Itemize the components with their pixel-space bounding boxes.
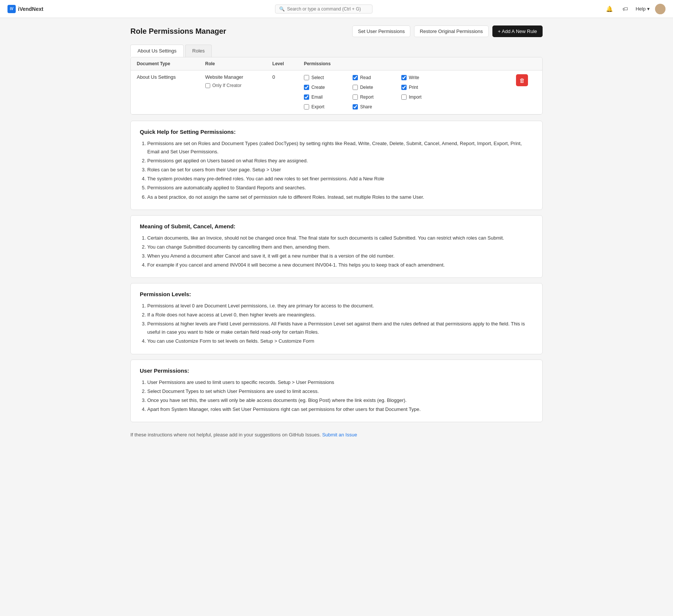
search-bar[interactable]: 🔍: [275, 4, 372, 13]
help-list-item: For example if you cancel and amend INV0…: [147, 261, 533, 269]
tags-icon[interactable]: 🏷: [620, 4, 630, 14]
help-list-item: Permissions at higher levels are Field L…: [147, 320, 533, 336]
permissions-grid: SelectReadWriteCreateDeletePrintEmailRep…: [304, 74, 504, 110]
brand-name: iVendNext: [18, 6, 43, 12]
help-list-item: As a best practice, do not assign the sa…: [147, 193, 533, 201]
permissions-table-card: Document Type Role Level Permissions Abo…: [130, 57, 543, 115]
perm-checkbox-print[interactable]: [401, 85, 407, 90]
perm-checkbox-write[interactable]: [401, 75, 407, 80]
help-list: User Permissions are used to limit users…: [140, 378, 533, 414]
help-section-title: Meaning of Submit, Cancel, Amend:: [140, 223, 533, 229]
perm-label: Report: [360, 94, 374, 100]
help-list: Certain documents, like an Invoice, shou…: [140, 234, 533, 269]
perm-item: Report: [353, 94, 401, 100]
level-cell: 0: [272, 74, 275, 80]
help-sections: Quick Help for Setting Permissions:Permi…: [130, 121, 543, 422]
help-list-item: Permissions get applied on Users based o…: [147, 157, 533, 165]
help-section-title: User Permissions:: [140, 367, 533, 374]
help-section: User Permissions:User Permissions are us…: [130, 360, 543, 422]
perm-item: Print: [401, 84, 450, 91]
navbar-center: 🔍: [275, 4, 372, 13]
table-body: About Us Settings Website Manager Only I…: [131, 70, 542, 114]
table-row: About Us Settings Website Manager Only I…: [131, 70, 542, 114]
restore-permissions-button[interactable]: Restore Original Permissions: [414, 25, 488, 37]
perm-checkbox-select[interactable]: [304, 75, 309, 80]
perm-checkbox-create[interactable]: [304, 85, 309, 90]
svg-point-0: [658, 5, 663, 10]
help-button[interactable]: Help ▾: [636, 6, 650, 12]
perm-label: Import: [409, 94, 422, 100]
table-header: Document Type Role Level Permissions: [131, 57, 542, 70]
avatar[interactable]: [655, 4, 666, 14]
perm-checkbox-share[interactable]: [353, 104, 358, 109]
set-user-permissions-button[interactable]: Set User Permissions: [352, 25, 410, 37]
help-list-item: Permissions at level 0 are Document Leve…: [147, 302, 533, 310]
navbar: iV iVendNext 🔍 🔔 🏷 Help ▾: [0, 0, 673, 18]
permissions-table: Document Type Role Level Permissions Abo…: [131, 57, 542, 114]
perm-label: Email: [311, 94, 323, 100]
svg-point-1: [657, 10, 664, 14]
search-icon: 🔍: [279, 6, 285, 12]
perm-label: Select: [311, 75, 324, 80]
only-creator-row: Only If Creator: [205, 83, 260, 88]
help-section: Quick Help for Setting Permissions:Permi…: [130, 121, 543, 210]
help-list-item: You can change Submitted documents by ca…: [147, 243, 533, 251]
help-list-item: Roles can be set for users from their Us…: [147, 166, 533, 174]
perm-item: Email: [304, 94, 353, 100]
only-creator-label: Only If Creator: [212, 83, 242, 88]
help-list-item: The system provides many pre-defined rol…: [147, 175, 533, 183]
perm-item: Share: [353, 103, 401, 110]
perm-item: Read: [353, 74, 401, 81]
perm-checkbox-report[interactable]: [353, 94, 358, 100]
col-level: Level: [266, 57, 298, 70]
add-new-rule-button[interactable]: + Add A New Rule: [492, 25, 543, 37]
perm-item: Import: [401, 94, 450, 100]
navbar-left: iV iVendNext: [7, 5, 43, 13]
help-section-title: Quick Help for Setting Permissions:: [140, 129, 533, 135]
help-list-item: You can use Customize Form to set levels…: [147, 337, 533, 345]
tab-roles[interactable]: Roles: [185, 45, 212, 57]
perm-label: Print: [409, 85, 418, 90]
help-list-item: Permissions are set on Roles and Documen…: [147, 139, 533, 156]
perm-checkbox-delete[interactable]: [353, 85, 358, 90]
help-list-item: If a Role does not have access at Level …: [147, 311, 533, 319]
help-list-item: User Permissions are used to limit users…: [147, 378, 533, 387]
perm-item: Create: [304, 84, 353, 91]
page-header: Role Permissions Manager Set User Permis…: [130, 25, 543, 37]
help-chevron-icon: ▾: [647, 6, 650, 12]
perm-checkbox-import[interactable]: [401, 94, 407, 100]
delete-rule-button[interactable]: 🗑: [516, 74, 528, 86]
navbar-right: 🔔 🏷 Help ▾: [604, 4, 666, 14]
help-section-title: Permission Levels:: [140, 291, 533, 297]
perm-item: Write: [401, 74, 450, 81]
perm-checkbox-export[interactable]: [304, 104, 309, 109]
help-list-item: Permissions are automatically applied to…: [147, 184, 533, 192]
search-input[interactable]: [287, 6, 368, 12]
help-label: Help: [636, 6, 646, 12]
perm-label: Export: [311, 104, 325, 109]
perm-checkbox-email[interactable]: [304, 94, 309, 100]
help-list-item: Apart from System Manager, roles with Se…: [147, 405, 533, 414]
perm-item: Select: [304, 74, 353, 81]
perm-label: Create: [311, 85, 325, 90]
doc-type-cell: About Us Settings: [137, 74, 176, 80]
submit-issue-link[interactable]: Submit an Issue: [322, 432, 357, 438]
help-list-item: Certain documents, like an Invoice, shou…: [147, 234, 533, 242]
only-creator-checkbox[interactable]: [205, 83, 210, 88]
tab-about-us-settings[interactable]: About Us Settings: [130, 45, 184, 57]
col-permissions: Permissions: [298, 57, 510, 70]
perm-label: Delete: [360, 85, 373, 90]
help-list: Permissions at level 0 are Document Leve…: [140, 302, 533, 345]
help-section: Permission Levels:Permissions at level 0…: [130, 283, 543, 354]
header-actions: Set User Permissions Restore Original Pe…: [352, 25, 543, 37]
col-doc-type: Document Type: [131, 57, 199, 70]
help-section: Meaning of Submit, Cancel, Amend:Certain…: [130, 215, 543, 278]
role-name-cell: Website Manager: [205, 74, 260, 80]
notifications-icon[interactable]: 🔔: [604, 4, 615, 14]
perm-item: Delete: [353, 84, 401, 91]
perm-label: Read: [360, 75, 371, 80]
logo-text: iV: [10, 7, 13, 11]
tabs: About Us Settings Roles: [130, 45, 543, 57]
perm-item: Export: [304, 103, 353, 110]
perm-checkbox-read[interactable]: [353, 75, 358, 80]
